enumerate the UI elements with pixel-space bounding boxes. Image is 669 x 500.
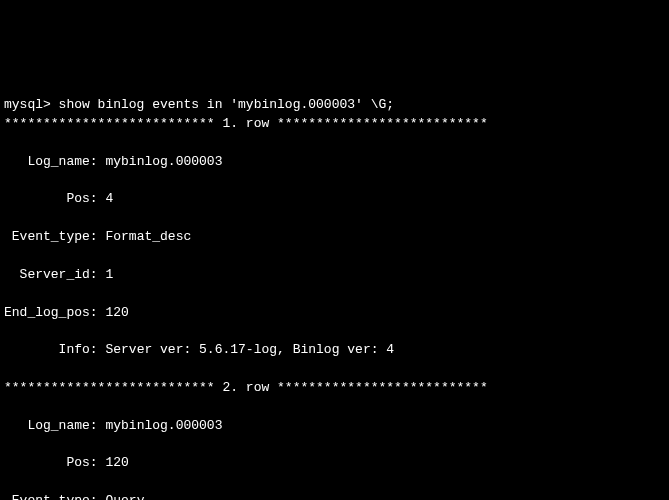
sql-command: show binlog events in 'mybinlog.000003' …	[59, 97, 394, 112]
mysql-prompt: mysql>	[4, 97, 59, 112]
field-pos: Pos: 4	[4, 190, 665, 209]
row-separator: *************************** 2. row *****…	[4, 379, 665, 398]
field-end-log-pos: End_log_pos: 120	[4, 304, 665, 323]
field-pos: Pos: 120	[4, 454, 665, 473]
field-event-type: Event_type: Query	[4, 492, 665, 500]
terminal-output: mysql> show binlog events in 'mybinlog.0…	[0, 75, 669, 500]
field-server-id: Server_id: 1	[4, 266, 665, 285]
field-info: Info: Server ver: 5.6.17-log, Binlog ver…	[4, 341, 665, 360]
field-log-name: Log_name: mybinlog.000003	[4, 153, 665, 172]
row-separator: *************************** 1. row *****…	[4, 115, 665, 134]
field-log-name: Log_name: mybinlog.000003	[4, 417, 665, 436]
field-event-type: Event_type: Format_desc	[4, 228, 665, 247]
